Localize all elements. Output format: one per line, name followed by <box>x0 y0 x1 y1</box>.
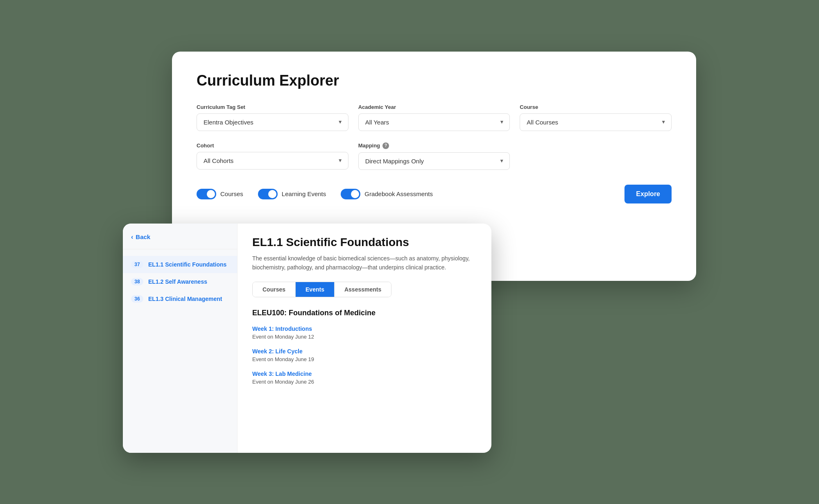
cohort-wrapper: All Cohorts Class of 2027 Class of 2026 … <box>197 152 348 170</box>
back-button[interactable]: ‹ Back <box>123 233 237 249</box>
sidebar-item-1[interactable]: 38 EL1.2 Self Awareness <box>123 273 237 290</box>
academic-year-wrapper: All Years 2023-2024 2022-2023 ▼ <box>358 113 510 131</box>
curriculum-tag-set-select[interactable]: Elentra Objectives AAMC Objectives Custo… <box>197 113 348 131</box>
course-select[interactable]: All Courses Foundations of Medicine Clin… <box>520 113 672 131</box>
cohort-select[interactable]: All Cohorts Class of 2027 Class of 2026 <box>197 152 348 170</box>
gradebook-assessments-toggle-item: Gradebook Assessments <box>341 189 433 199</box>
academic-year-label: Academic Year <box>358 104 510 110</box>
sidebar-item-2[interactable]: 36 EL1.3 Clinical Management <box>123 290 237 307</box>
sidebar-badge-1: 38 <box>131 278 143 285</box>
courses-toggle[interactable] <box>197 189 216 199</box>
sidebar-badge-2: 36 <box>131 295 143 303</box>
tab-courses[interactable]: Courses <box>253 282 296 297</box>
mapping-select[interactable]: Direct Mappings Only All Mappings <box>358 152 510 170</box>
detail-description: The essential knowledge of basic biomedi… <box>252 254 477 272</box>
learning-events-toggle-item: Learning Events <box>258 189 326 199</box>
course-group: Course All Courses Foundations of Medici… <box>520 104 672 131</box>
toggles-row: Courses Learning Events Gradebook Assess… <box>197 185 672 203</box>
filters-row-1: Curriculum Tag Set Elentra Objectives AA… <box>197 104 672 131</box>
event-title-2[interactable]: Week 3: Lab Medicine <box>252 371 477 377</box>
gradebook-assessments-toggle-label: Gradebook Assessments <box>364 190 433 197</box>
academic-year-group: Academic Year All Years 2023-2024 2022-2… <box>358 104 510 131</box>
sidebar-label-1: EL1.2 Self Awareness <box>148 278 207 285</box>
mapping-label: Mapping ? <box>358 142 510 149</box>
course-wrapper: All Courses Foundations of Medicine Clin… <box>520 113 672 131</box>
cohort-label: Cohort <box>197 142 348 149</box>
back-arrow-icon: ‹ <box>131 233 133 241</box>
page-title: Curriculum Explorer <box>197 72 672 89</box>
tab-events[interactable]: Events <box>296 282 335 297</box>
detail-sidebar: ‹ Back 37 EL1.1 Scientific Foundations 3… <box>123 224 238 453</box>
mapping-help-icon[interactable]: ? <box>382 142 389 149</box>
gradebook-assessments-toggle[interactable] <box>341 189 360 199</box>
event-item-1: Week 2: Life Cycle Event on Monday June … <box>252 348 477 362</box>
sidebar-label-2: EL1.3 Clinical Management <box>148 296 222 302</box>
sidebar-label-0: EL1.1 Scientific Foundations <box>148 261 226 268</box>
sidebar-badge-0: 37 <box>131 261 143 268</box>
course-label: Course <box>520 104 672 110</box>
courses-toggle-label: Courses <box>220 190 243 197</box>
learning-events-toggle-label: Learning Events <box>282 190 326 197</box>
academic-year-select[interactable]: All Years 2023-2024 2022-2023 <box>358 113 510 131</box>
courses-toggle-item: Courses <box>197 189 243 199</box>
sidebar-item-0[interactable]: 37 EL1.1 Scientific Foundations <box>123 256 237 273</box>
event-date-2: Event on Monday June 26 <box>252 379 477 385</box>
mapping-group: Mapping ? Direct Mappings Only All Mappi… <box>358 142 510 170</box>
event-item-0: Week 1: Introductions Event on Monday Ju… <box>252 325 477 340</box>
event-title-1[interactable]: Week 2: Life Cycle <box>252 348 477 355</box>
mapping-wrapper: Direct Mappings Only All Mappings ▼ <box>358 152 510 170</box>
detail-tabs: Courses Events Assessments <box>252 282 391 297</box>
explore-button[interactable]: Explore <box>624 185 672 203</box>
curriculum-tag-set-wrapper: Elentra Objectives AAMC Objectives Custo… <box>197 113 348 131</box>
detail-card: ‹ Back 37 EL1.1 Scientific Foundations 3… <box>123 224 491 453</box>
event-title-0[interactable]: Week 1: Introductions <box>252 325 477 332</box>
event-date-1: Event on Monday June 19 <box>252 356 477 362</box>
detail-title: EL1.1 Scientific Foundations <box>252 236 477 249</box>
cohort-group: Cohort All Cohorts Class of 2027 Class o… <box>197 142 348 170</box>
tab-assessments[interactable]: Assessments <box>335 282 391 297</box>
filters-row-2: Cohort All Cohorts Class of 2027 Class o… <box>197 142 672 170</box>
learning-events-toggle[interactable] <box>258 189 278 199</box>
course-title: ELEU100: Foundations of Medicine <box>252 309 477 317</box>
event-item-2: Week 3: Lab Medicine Event on Monday Jun… <box>252 371 477 385</box>
curriculum-tag-set-label: Curriculum Tag Set <box>197 104 348 110</box>
detail-content: EL1.1 Scientific Foundations The essenti… <box>238 224 491 453</box>
curriculum-tag-set-group: Curriculum Tag Set Elentra Objectives AA… <box>197 104 348 131</box>
event-date-0: Event on Monday June 12 <box>252 334 477 340</box>
